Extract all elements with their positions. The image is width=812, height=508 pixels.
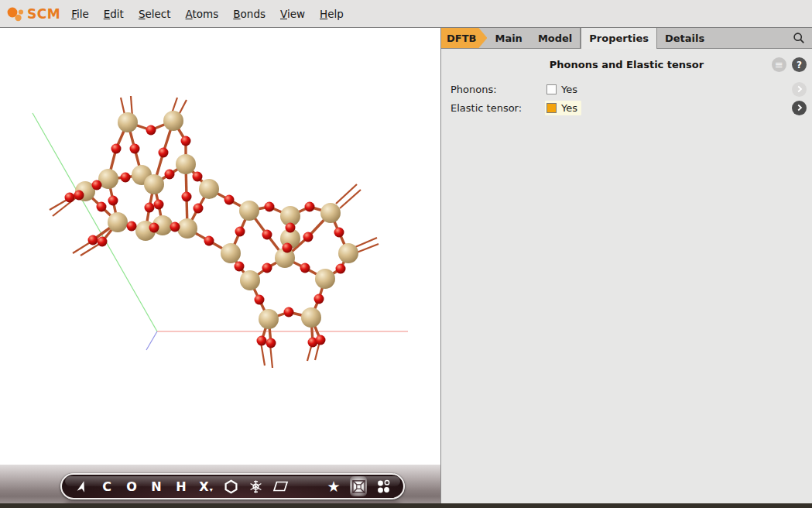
dropdown-arrow-icon: ▾ xyxy=(210,486,213,493)
phonons-detail-chevron xyxy=(792,82,807,97)
oxygen-tool[interactable]: O xyxy=(123,476,140,496)
favorites-tool[interactable]: ★ xyxy=(325,476,342,496)
tabbar-spacer xyxy=(712,28,789,48)
panel-title: Phonons and Elastic tensor xyxy=(550,59,704,70)
nitrogen-tool[interactable]: N xyxy=(148,476,165,496)
atom-toolbar: C O N H X ▾ xyxy=(60,473,405,499)
hydrogen-tool[interactable]: H xyxy=(173,476,190,496)
molecules-tool[interactable] xyxy=(375,476,392,496)
molecules-dots-icon xyxy=(375,479,392,495)
search-icon xyxy=(793,32,805,44)
cursor-icon xyxy=(75,479,89,493)
elastic-tensor-value: Yes xyxy=(545,101,581,115)
carbon-tool[interactable]: C xyxy=(98,476,115,496)
scm-logo-text: SCM xyxy=(27,6,60,22)
panel-tab-bar: DFTB Main Model Properties Details xyxy=(441,28,812,49)
tab-properties[interactable]: Properties xyxy=(581,28,657,49)
elastic-tensor-checkbox-label[interactable]: Yes xyxy=(561,102,577,114)
panel-header: Phonons and Elastic tensor ≡ ? xyxy=(441,49,812,80)
unit-cell-icon xyxy=(351,479,367,495)
scm-logo-icon xyxy=(5,3,26,25)
elastic-tensor-checkbox[interactable] xyxy=(546,103,557,113)
hydrogen-label: H xyxy=(176,479,186,494)
chevron-right-icon xyxy=(796,104,803,112)
ring-tool[interactable] xyxy=(222,476,239,496)
menu-atoms[interactable]: Atoms xyxy=(186,8,219,20)
plane-tool[interactable] xyxy=(272,476,289,496)
help-button[interactable]: ? xyxy=(792,57,807,72)
menu-bar: SCM File Edit Select Atoms Bonds View He… xyxy=(0,0,812,28)
oxygen-label: O xyxy=(126,479,137,494)
search-button[interactable] xyxy=(789,28,809,48)
menu-file[interactable]: File xyxy=(71,8,89,20)
snowflake-icon xyxy=(248,479,263,494)
tab-details[interactable]: Details xyxy=(657,28,712,48)
phonons-checkbox-label[interactable]: Yes xyxy=(561,84,577,95)
molecule-structure xyxy=(0,28,440,465)
hexagon-icon xyxy=(224,479,238,494)
menu-help[interactable]: Help xyxy=(320,8,344,20)
elastic-tensor-detail-chevron[interactable] xyxy=(792,101,807,115)
structure-tool[interactable] xyxy=(247,476,264,496)
periodic-view-tool[interactable] xyxy=(350,476,367,496)
scm-logo: SCM xyxy=(5,3,60,25)
elastic-tensor-row: Elastic tensor: Yes xyxy=(441,98,812,117)
panel-menu-button[interactable]: ≡ xyxy=(772,57,786,72)
menu-select[interactable]: Select xyxy=(139,8,171,20)
phonons-checkbox[interactable] xyxy=(546,84,557,94)
elastic-tensor-label: Elastic tensor: xyxy=(441,102,545,114)
viewer-tool-band: C O N H X ▾ xyxy=(0,465,440,503)
parallelogram-icon xyxy=(272,480,289,493)
bottom-status-strip xyxy=(0,503,812,508)
menu-view[interactable]: View xyxy=(280,8,305,20)
element-x-label: X xyxy=(199,479,208,494)
phonons-row: Phonons: Yes xyxy=(441,80,812,98)
phonons-value: Yes xyxy=(545,82,581,97)
tab-model[interactable]: Model xyxy=(530,28,580,48)
tab-dftb[interactable]: DFTB xyxy=(441,28,487,48)
menu-edit[interactable]: Edit xyxy=(104,8,124,20)
molecule-viewer-3d[interactable] xyxy=(0,28,440,465)
nitrogen-label: N xyxy=(151,479,161,494)
tab-main[interactable]: Main xyxy=(487,28,529,48)
star-icon: ★ xyxy=(327,478,340,495)
menu-bonds[interactable]: Bonds xyxy=(233,8,266,20)
element-picker-tool[interactable]: X ▾ xyxy=(197,476,214,496)
input-panel: DFTB Main Model Properties Details Phono… xyxy=(440,28,812,503)
carbon-label: C xyxy=(102,479,111,494)
chevron-right-icon xyxy=(796,85,803,93)
phonons-label: Phonons: xyxy=(441,84,545,95)
select-pointer-tool[interactable] xyxy=(74,476,91,496)
